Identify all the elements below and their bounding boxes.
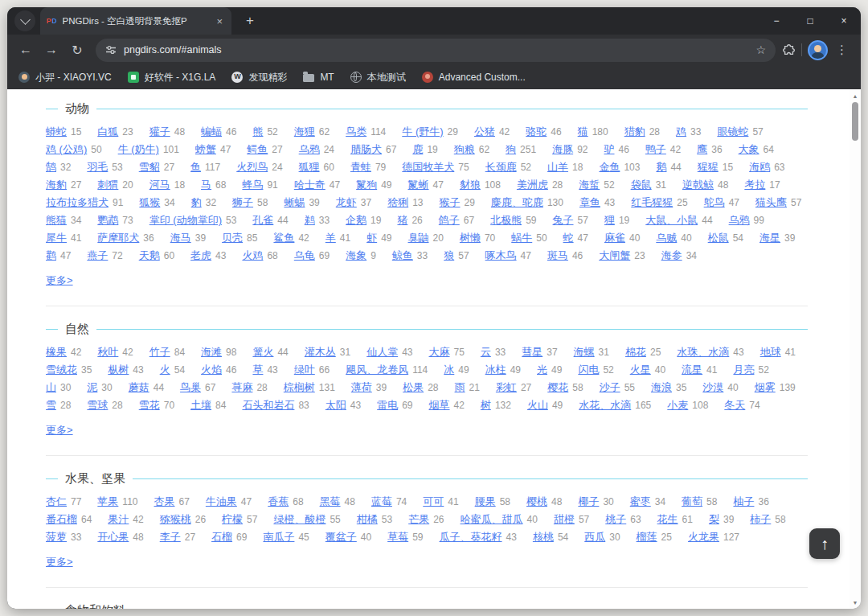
category-link[interactable]: 贝壳 — [222, 232, 243, 244]
category-link[interactable]: 海豚 — [552, 143, 573, 155]
close-button[interactable]: × — [827, 7, 861, 35]
url-text[interactable]: pngdirs.com/#animals — [124, 44, 748, 55]
category-link[interactable]: 鸟类 — [346, 125, 366, 138]
category-link[interactable]: 荨麻 — [231, 381, 252, 393]
category-link[interactable]: 狐狸 — [299, 161, 320, 173]
category-link[interactable]: 番石榴 — [46, 513, 77, 525]
bookmark-item[interactable]: Advanced Custom... — [422, 72, 526, 83]
category-link[interactable]: 云 — [481, 346, 491, 358]
category-link[interactable]: 泥 — [87, 381, 97, 393]
category-link[interactable]: 香蕉 — [268, 495, 289, 507]
category-link[interactable]: 樱花 — [547, 381, 568, 393]
category-link[interactable]: 山羊 — [547, 161, 568, 173]
category-link[interactable]: 火山 — [527, 399, 548, 411]
category-link[interactable]: 太阳 — [326, 399, 346, 411]
category-link[interactable]: 骆驼 — [526, 125, 547, 138]
category-link[interactable]: 月亮 — [733, 363, 754, 376]
category-link[interactable]: 雪绒花 — [46, 363, 77, 376]
category-link[interactable]: 海鸥 — [749, 161, 770, 173]
category-link[interactable]: 豺狼 — [460, 179, 481, 191]
category-link[interactable]: 狸 — [604, 214, 615, 226]
category-link[interactable]: 鸽子 — [439, 214, 460, 226]
category-link[interactable]: 鹅 — [656, 161, 666, 173]
category-link[interactable]: 蜥蜴 — [284, 196, 305, 208]
category-link[interactable]: 蜗牛 — [511, 232, 532, 244]
category-link[interactable]: 棉花 — [625, 346, 646, 358]
category-link[interactable]: 天鹅 — [139, 249, 160, 261]
category-link[interactable]: 海参 — [661, 249, 682, 261]
category-link[interactable]: 蜂鸟 — [242, 179, 263, 191]
category-link[interactable]: 覆盆子 — [326, 531, 357, 543]
category-link[interactable]: 考拉 — [744, 179, 765, 191]
category-link[interactable]: 兔子 — [553, 214, 574, 226]
category-link[interactable]: 牛 (奶牛) — [118, 143, 159, 155]
category-link[interactable]: 海星 — [760, 232, 780, 244]
category-link[interactable]: 葡萄 — [682, 495, 702, 507]
category-link[interactable]: 青蛙 — [350, 161, 371, 173]
category-link[interactable]: 袋鼠 — [631, 179, 652, 191]
category-link[interactable]: 烟草 — [429, 399, 450, 411]
browser-menu-icon[interactable]: ⋮ — [829, 43, 854, 57]
category-link[interactable]: 哈士奇 — [294, 179, 326, 191]
category-link[interactable]: 仙人掌 — [366, 346, 398, 358]
category-link[interactable]: 雪球 — [87, 399, 108, 411]
category-link[interactable]: 麻雀 — [604, 232, 625, 244]
bookmark-item[interactable]: 好软件 - X1G.LA — [128, 71, 216, 84]
category-link[interactable]: 山 — [46, 381, 56, 393]
category-link[interactable]: 麋鹿、驼鹿 — [491, 196, 543, 208]
category-link[interactable]: 冰柱 — [485, 363, 506, 376]
category-link[interactable]: 大闸蟹 — [599, 249, 630, 261]
category-link[interactable]: 飓风、龙卷风 — [346, 363, 408, 376]
category-link[interactable]: 小麦 — [667, 399, 688, 411]
category-link[interactable]: 萨摩耶犬 — [97, 232, 139, 244]
category-link[interactable]: 鸵鸟 — [704, 196, 725, 208]
category-link[interactable]: 金鱼 — [599, 161, 620, 173]
category-link[interactable]: 大麻 — [429, 346, 450, 358]
reload-button[interactable]: ↻ — [65, 38, 89, 62]
category-link[interactable]: 果汁 — [108, 513, 129, 525]
category-link[interactable]: 北极熊 — [490, 214, 522, 226]
category-link[interactable]: 树 — [481, 399, 491, 411]
category-link[interactable]: 獾子 — [149, 125, 170, 138]
category-link[interactable]: 蓝莓 — [371, 495, 392, 507]
category-link[interactable]: 闪电 — [578, 363, 599, 376]
category-link[interactable]: 龙虾 — [336, 196, 357, 208]
category-link[interactable]: 鸡 — [676, 125, 686, 138]
tab-close-icon[interactable]: × — [214, 14, 225, 28]
category-link[interactable]: 火龙果 — [688, 531, 719, 543]
category-link[interactable]: 海马 — [170, 232, 191, 244]
category-link[interactable]: 西瓜 — [584, 531, 605, 543]
category-link[interactable]: 犀牛 — [46, 232, 67, 244]
category-link[interactable]: 南瓜子 — [263, 531, 294, 543]
category-link[interactable]: 柿子 — [750, 513, 771, 525]
category-link[interactable]: 绿叶 — [294, 363, 315, 376]
category-link[interactable]: 鲸鱼 — [392, 249, 413, 261]
category-link[interactable]: 火 — [160, 363, 170, 376]
extensions-icon[interactable] — [782, 43, 796, 57]
category-link[interactable]: 白狐 — [97, 125, 118, 138]
category-link[interactable]: 火烈鸟 — [236, 161, 268, 173]
category-link[interactable]: 蝙蝠 — [201, 125, 222, 138]
category-link[interactable]: 豹 — [191, 196, 202, 208]
category-link[interactable]: 狮子 — [232, 196, 253, 208]
page-scrollbar[interactable]: ▲ ▼ — [850, 89, 861, 609]
category-link[interactable]: 松鼠 — [708, 232, 729, 244]
category-link[interactable]: 冰 — [444, 363, 454, 376]
category-link[interactable]: 水珠、水滴 — [677, 346, 729, 358]
category-link[interactable]: 长颈鹿 — [485, 161, 517, 173]
category-link[interactable]: 瓜子、葵花籽 — [440, 531, 502, 543]
category-link[interactable]: 土壤 — [190, 399, 211, 411]
category-link[interactable]: 企鹅 — [346, 214, 366, 226]
scrollbar-thumb[interactable] — [852, 102, 858, 141]
category-link[interactable]: 狐猴 — [139, 196, 160, 208]
category-link[interactable]: 老虎 — [190, 249, 211, 261]
category-link[interactable]: 苹果 — [97, 495, 118, 507]
category-link[interactable]: 核桃 — [533, 531, 554, 543]
category-link[interactable]: 海浪 — [651, 381, 672, 393]
category-link[interactable]: 刺猬 — [97, 179, 118, 191]
category-link[interactable]: 驴 — [604, 143, 615, 155]
category-link[interactable]: 狼 — [444, 249, 454, 261]
forward-button[interactable]: → — [39, 38, 63, 62]
category-link[interactable]: 羊 — [326, 232, 336, 244]
scrollbar-down-icon[interactable]: ▼ — [850, 597, 861, 608]
